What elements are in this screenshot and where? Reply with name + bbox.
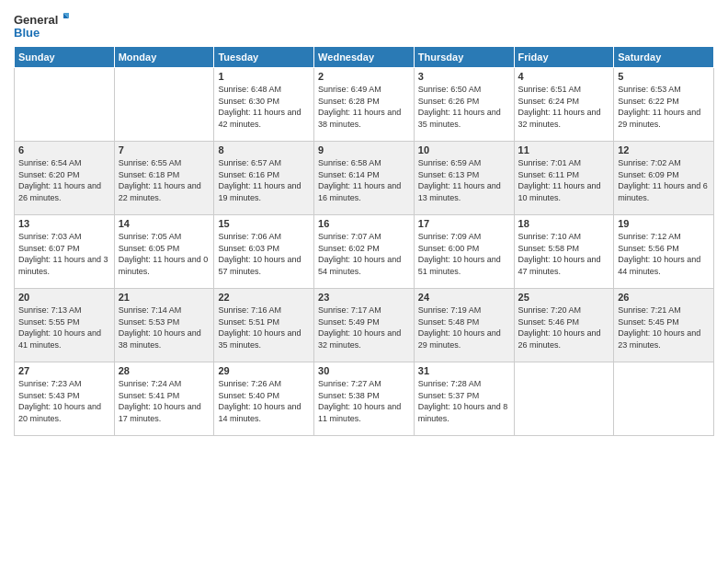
day-number: 23	[318, 292, 410, 303]
day-number: 31	[418, 365, 510, 376]
day-info: Sunrise: 7:17 AM Sunset: 5:49 PM Dayligh…	[318, 304, 410, 350]
calendar-cell: 3Sunrise: 6:50 AM Sunset: 6:26 PM Daylig…	[414, 68, 514, 142]
calendar-cell	[514, 362, 614, 436]
day-info: Sunrise: 6:59 AM Sunset: 6:13 PM Dayligh…	[418, 157, 510, 203]
calendar-cell: 30Sunrise: 7:27 AM Sunset: 5:38 PM Dayli…	[314, 362, 415, 436]
day-info: Sunrise: 6:48 AM Sunset: 6:30 PM Dayligh…	[218, 84, 310, 130]
calendar-cell	[614, 362, 714, 436]
day-info: Sunrise: 7:03 AM Sunset: 6:07 PM Dayligh…	[18, 231, 110, 277]
day-info: Sunrise: 6:53 AM Sunset: 6:22 PM Dayligh…	[618, 84, 710, 130]
day-number: 16	[318, 218, 410, 229]
svg-text:Blue: Blue	[14, 26, 40, 40]
day-info: Sunrise: 6:57 AM Sunset: 6:16 PM Dayligh…	[218, 157, 310, 203]
day-number: 14	[119, 218, 210, 229]
day-info: Sunrise: 7:19 AM Sunset: 5:48 PM Dayligh…	[418, 304, 510, 350]
col-tuesday: Tuesday	[214, 47, 314, 68]
day-info: Sunrise: 7:27 AM Sunset: 5:38 PM Dayligh…	[318, 378, 410, 424]
day-number: 11	[518, 144, 610, 155]
day-number: 10	[418, 144, 510, 155]
table-row: 20Sunrise: 7:13 AM Sunset: 5:55 PM Dayli…	[15, 289, 714, 362]
calendar-cell: 10Sunrise: 6:59 AM Sunset: 6:13 PM Dayli…	[414, 142, 514, 215]
col-thursday: Thursday	[414, 47, 514, 68]
calendar-cell: 16Sunrise: 7:07 AM Sunset: 6:02 PM Dayli…	[314, 215, 415, 289]
calendar-cell: 31Sunrise: 7:28 AM Sunset: 5:37 PM Dayli…	[414, 362, 514, 436]
calendar-cell: 14Sunrise: 7:05 AM Sunset: 6:05 PM Dayli…	[114, 215, 214, 289]
calendar-cell: 21Sunrise: 7:14 AM Sunset: 5:53 PM Dayli…	[114, 289, 214, 362]
calendar-cell: 20Sunrise: 7:13 AM Sunset: 5:55 PM Dayli…	[15, 289, 115, 362]
day-info: Sunrise: 6:58 AM Sunset: 6:14 PM Dayligh…	[318, 157, 410, 203]
calendar-cell: 13Sunrise: 7:03 AM Sunset: 6:07 PM Dayli…	[15, 215, 115, 289]
header: General Blue	[14, 9, 714, 42]
svg-text:General: General	[14, 13, 58, 27]
calendar-container: General Blue Sunday Monday Tuesday Wedne…	[0, 0, 728, 445]
day-info: Sunrise: 7:24 AM Sunset: 5:41 PM Dayligh…	[119, 378, 210, 424]
day-info: Sunrise: 7:02 AM Sunset: 6:09 PM Dayligh…	[618, 157, 710, 203]
calendar-cell: 6Sunrise: 6:54 AM Sunset: 6:20 PM Daylig…	[15, 142, 115, 215]
day-number: 6	[18, 144, 110, 155]
day-info: Sunrise: 7:09 AM Sunset: 6:00 PM Dayligh…	[418, 231, 510, 277]
col-friday: Friday	[514, 47, 614, 68]
calendar-cell: 4Sunrise: 6:51 AM Sunset: 6:24 PM Daylig…	[514, 68, 614, 142]
day-info: Sunrise: 7:12 AM Sunset: 5:56 PM Dayligh…	[618, 231, 710, 277]
day-info: Sunrise: 7:05 AM Sunset: 6:05 PM Dayligh…	[119, 231, 210, 277]
col-saturday: Saturday	[614, 47, 714, 68]
calendar-cell: 15Sunrise: 7:06 AM Sunset: 6:03 PM Dayli…	[214, 215, 314, 289]
calendar-cell: 11Sunrise: 7:01 AM Sunset: 6:11 PM Dayli…	[514, 142, 614, 215]
table-row: 27Sunrise: 7:23 AM Sunset: 5:43 PM Dayli…	[15, 362, 714, 436]
day-info: Sunrise: 7:10 AM Sunset: 5:58 PM Dayligh…	[518, 231, 610, 277]
day-number: 19	[618, 218, 710, 229]
table-row: 1Sunrise: 6:48 AM Sunset: 6:30 PM Daylig…	[15, 68, 714, 142]
day-info: Sunrise: 7:23 AM Sunset: 5:43 PM Dayligh…	[18, 378, 110, 424]
day-info: Sunrise: 6:51 AM Sunset: 6:24 PM Dayligh…	[518, 84, 610, 130]
day-number: 13	[18, 218, 110, 229]
day-number: 18	[518, 218, 610, 229]
calendar-cell: 25Sunrise: 7:20 AM Sunset: 5:46 PM Dayli…	[514, 289, 614, 362]
calendar-cell: 18Sunrise: 7:10 AM Sunset: 5:58 PM Dayli…	[514, 215, 614, 289]
day-info: Sunrise: 7:07 AM Sunset: 6:02 PM Dayligh…	[318, 231, 410, 277]
calendar-cell	[114, 68, 214, 142]
day-number: 24	[418, 292, 510, 303]
logo: General Blue	[14, 9, 69, 42]
col-monday: Monday	[114, 47, 214, 68]
day-number: 2	[318, 71, 410, 82]
day-info: Sunrise: 6:55 AM Sunset: 6:18 PM Dayligh…	[119, 157, 210, 203]
calendar-cell: 5Sunrise: 6:53 AM Sunset: 6:22 PM Daylig…	[614, 68, 714, 142]
day-info: Sunrise: 6:54 AM Sunset: 6:20 PM Dayligh…	[18, 157, 110, 203]
calendar-cell: 22Sunrise: 7:16 AM Sunset: 5:51 PM Dayli…	[214, 289, 314, 362]
day-number: 8	[218, 144, 310, 155]
calendar-cell: 17Sunrise: 7:09 AM Sunset: 6:00 PM Dayli…	[414, 215, 514, 289]
day-number: 25	[518, 292, 610, 303]
table-row: 6Sunrise: 6:54 AM Sunset: 6:20 PM Daylig…	[15, 142, 714, 215]
day-info: Sunrise: 6:50 AM Sunset: 6:26 PM Dayligh…	[418, 84, 510, 130]
calendar-cell: 8Sunrise: 6:57 AM Sunset: 6:16 PM Daylig…	[214, 142, 314, 215]
day-number: 17	[418, 218, 510, 229]
day-number: 1	[218, 71, 310, 82]
calendar-cell: 1Sunrise: 6:48 AM Sunset: 6:30 PM Daylig…	[214, 68, 314, 142]
calendar-cell: 7Sunrise: 6:55 AM Sunset: 6:18 PM Daylig…	[114, 142, 214, 215]
day-number: 26	[618, 292, 710, 303]
table-row: 13Sunrise: 7:03 AM Sunset: 6:07 PM Dayli…	[15, 215, 714, 289]
col-sunday: Sunday	[15, 47, 115, 68]
day-info: Sunrise: 7:14 AM Sunset: 5:53 PM Dayligh…	[119, 304, 210, 350]
calendar-cell: 2Sunrise: 6:49 AM Sunset: 6:28 PM Daylig…	[314, 68, 415, 142]
day-info: Sunrise: 7:26 AM Sunset: 5:40 PM Dayligh…	[218, 378, 310, 424]
calendar-cell: 27Sunrise: 7:23 AM Sunset: 5:43 PM Dayli…	[15, 362, 115, 436]
day-info: Sunrise: 7:01 AM Sunset: 6:11 PM Dayligh…	[518, 157, 610, 203]
day-number: 20	[18, 292, 110, 303]
calendar-cell: 24Sunrise: 7:19 AM Sunset: 5:48 PM Dayli…	[414, 289, 514, 362]
calendar-cell: 12Sunrise: 7:02 AM Sunset: 6:09 PM Dayli…	[614, 142, 714, 215]
calendar-cell: 28Sunrise: 7:24 AM Sunset: 5:41 PM Dayli…	[114, 362, 214, 436]
calendar-cell: 19Sunrise: 7:12 AM Sunset: 5:56 PM Dayli…	[614, 215, 714, 289]
day-number: 4	[518, 71, 610, 82]
day-number: 22	[218, 292, 310, 303]
day-number: 28	[119, 365, 210, 376]
day-number: 29	[218, 365, 310, 376]
day-number: 15	[218, 218, 310, 229]
logo-svg: General Blue	[14, 9, 69, 42]
day-number: 5	[618, 71, 710, 82]
day-number: 21	[119, 292, 210, 303]
day-number: 30	[318, 365, 410, 376]
header-row: Sunday Monday Tuesday Wednesday Thursday…	[15, 47, 714, 68]
calendar-cell: 26Sunrise: 7:21 AM Sunset: 5:45 PM Dayli…	[614, 289, 714, 362]
day-info: Sunrise: 7:20 AM Sunset: 5:46 PM Dayligh…	[518, 304, 610, 350]
